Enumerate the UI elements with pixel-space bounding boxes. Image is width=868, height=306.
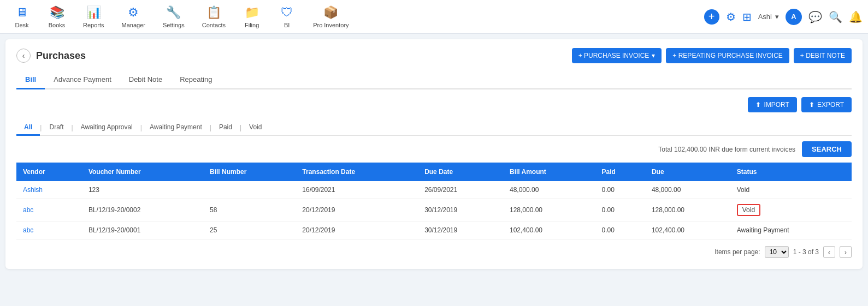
cell-paid-0: 0.00	[595, 181, 645, 199]
status-tab-draft[interactable]: Draft	[42, 120, 71, 136]
table-row: abc BL/12/19-20/0002 58 20/12/2019 30/12…	[16, 199, 852, 221]
status-label-0: Void	[737, 186, 749, 194]
user-menu[interactable]: Ashi ▾	[758, 13, 779, 21]
status-tab-paid[interactable]: Paid	[211, 120, 240, 136]
repeating-purchase-invoice-button[interactable]: + REPEATING PURCHASE INVOICE	[666, 48, 789, 63]
pro-inventory-icon: 📦	[323, 5, 338, 20]
pagination-row: Items per page: 10 20 50 1 - 3 of 3 ‹ ›	[16, 246, 852, 258]
page-range: 1 - 3 of 3	[793, 248, 819, 256]
main-tabs: Bill Advance Payment Debit Note Repeatin…	[16, 71, 852, 89]
void-badge: Void	[737, 204, 760, 216]
cell-vendor-1[interactable]: abc	[16, 199, 82, 221]
status-tab-awaiting-approval[interactable]: Awaiting Approval	[73, 120, 140, 136]
nav-item-desk[interactable]: 🖥 Desk	[5, 2, 38, 32]
export-button[interactable]: ⬆ EXPORT	[801, 97, 852, 112]
col-bill-amount: Bill Amount	[503, 163, 595, 181]
avatar[interactable]: A	[786, 9, 802, 25]
purchase-invoice-label: + PURCHASE INVOICE	[578, 52, 649, 59]
contacts-icon: 📋	[206, 5, 221, 20]
cell-duedate-1: 30/12/2019	[418, 199, 503, 221]
search-info: Total 102,400.00 INR due form current in…	[658, 146, 795, 153]
nav-label-reports: Reports	[83, 22, 104, 28]
import-icon: ⬆	[755, 101, 761, 109]
nav-item-filing[interactable]: 📁 Filing	[235, 2, 268, 32]
purchase-invoice-button[interactable]: + PURCHASE INVOICE ▾	[572, 48, 662, 63]
page-title: Purchases	[36, 50, 86, 62]
cell-billamount-0: 48,000.00	[503, 181, 595, 199]
status-tab-void[interactable]: Void	[241, 120, 269, 136]
action-row: ⬆ IMPORT ⬆ EXPORT	[16, 97, 852, 112]
cell-due-0: 48,000.00	[645, 181, 730, 199]
status-label-2: Awaiting Payment	[737, 226, 789, 234]
cell-vendor-0[interactable]: Ashish	[16, 181, 82, 199]
back-button[interactable]: ‹	[16, 49, 31, 63]
search-icon[interactable]: 🔍	[829, 10, 842, 23]
nav-item-pro-inventory[interactable]: 📦 Pro Inventory	[305, 2, 356, 32]
settings-gear-icon[interactable]: ⚙	[726, 10, 736, 23]
items-per-page-select[interactable]: 10 20 50	[765, 246, 789, 258]
nav-items: 🖥 Desk 📚 Books 📊 Reports ⚙ Manager 🔧 Set…	[5, 2, 704, 32]
items-per-page-label: Items per page:	[715, 248, 760, 256]
status-tab-all[interactable]: All	[16, 120, 40, 136]
table-row: abc BL/12/19-20/0001 25 20/12/2019 30/12…	[16, 221, 852, 239]
nav-label-settings: Settings	[163, 22, 185, 28]
add-button[interactable]: +	[704, 9, 719, 25]
cell-voucher-1: BL/12/19-20/0002	[82, 199, 203, 221]
user-chevron: ▾	[775, 13, 779, 21]
grid-icon[interactable]: ⊞	[742, 10, 752, 23]
import-label: IMPORT	[764, 101, 789, 109]
cell-due-1: 128,000.00	[645, 199, 730, 221]
table-body: Ashish 123 16/09/2021 26/09/2021 48,000.…	[16, 181, 852, 239]
col-transaction-date: Transaction Date	[296, 163, 418, 181]
debit-note-button[interactable]: + DEBIT NOTE	[794, 48, 852, 63]
nav-item-bi[interactable]: 🛡 BI	[270, 2, 303, 32]
import-button[interactable]: ⬆ IMPORT	[748, 97, 796, 112]
col-paid: Paid	[595, 163, 645, 181]
tab-debit-note[interactable]: Debit Note	[120, 71, 171, 89]
filing-icon: 📁	[245, 5, 259, 20]
nav-label-books: Books	[49, 22, 66, 28]
repeating-purchase-invoice-label: + REPEATING PURCHASE INVOICE	[672, 52, 783, 59]
tab-repeating[interactable]: Repeating	[171, 71, 221, 89]
col-due: Due	[645, 163, 730, 181]
col-vendor: Vendor	[16, 163, 82, 181]
nav-label-pro-inventory: Pro Inventory	[313, 22, 349, 28]
cell-billamount-2: 102,400.00	[503, 221, 595, 239]
nav-right: + ⚙ ⊞ Ashi ▾ A 💬 🔍 🔔	[704, 9, 863, 25]
cell-voucher-0: 123	[82, 181, 203, 199]
cell-bill-2: 25	[203, 221, 296, 239]
col-voucher-number: Voucher Number	[82, 163, 203, 181]
nav-item-settings[interactable]: 🔧 Settings	[155, 2, 192, 32]
manager-icon: ⚙	[128, 5, 139, 20]
col-bill-number: Bill Number	[203, 163, 296, 181]
tab-bill[interactable]: Bill	[16, 71, 45, 89]
cell-duedate-0: 26/09/2021	[418, 181, 503, 199]
next-page-button[interactable]: ›	[840, 246, 852, 258]
page-header-left: ‹ Purchases	[16, 49, 86, 63]
tab-advance-payment[interactable]: Advance Payment	[45, 71, 120, 89]
prev-page-button[interactable]: ‹	[823, 246, 835, 258]
chat-icon[interactable]: 💬	[808, 10, 822, 23]
cell-vendor-2[interactable]: abc	[16, 221, 82, 239]
nav-item-contacts[interactable]: 📋 Contacts	[194, 2, 233, 32]
col-due-date: Due Date	[418, 163, 503, 181]
notifications-icon[interactable]: 🔔	[849, 10, 863, 23]
status-tab-awaiting-payment[interactable]: Awaiting Payment	[142, 120, 210, 136]
nav-label-desk: Desk	[15, 22, 28, 28]
cell-status-2: Awaiting Payment	[730, 221, 852, 239]
cell-due-2: 102,400.00	[645, 221, 730, 239]
user-name: Ashi	[758, 13, 772, 21]
search-button[interactable]: SEARCH	[802, 141, 852, 157]
nav-label-bi: BI	[284, 22, 290, 28]
export-icon: ⬆	[809, 101, 814, 109]
col-status: Status	[730, 163, 852, 181]
top-nav: 🖥 Desk 📚 Books 📊 Reports ⚙ Manager 🔧 Set…	[0, 0, 868, 34]
cell-txdate-1: 20/12/2019	[296, 199, 418, 221]
purchase-invoice-dropdown-icon: ▾	[652, 52, 655, 59]
nav-item-books[interactable]: 📚 Books	[40, 2, 73, 32]
nav-item-manager[interactable]: ⚙ Manager	[114, 2, 153, 32]
header-actions: + PURCHASE INVOICE ▾ + REPEATING PURCHAS…	[572, 48, 852, 63]
settings-icon: 🔧	[166, 5, 181, 20]
search-row: Total 102,400.00 INR due form current in…	[16, 141, 852, 157]
nav-item-reports[interactable]: 📊 Reports	[75, 2, 112, 32]
